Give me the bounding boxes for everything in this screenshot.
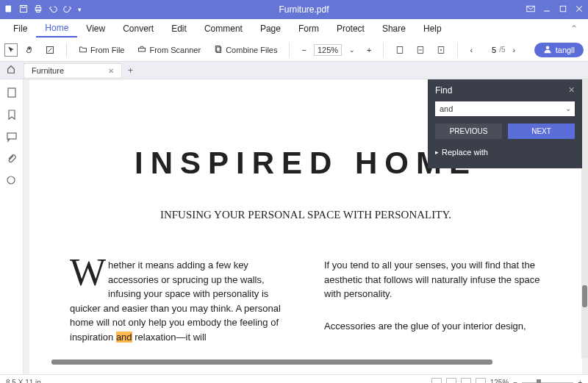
svg-rect-0 [6, 5, 12, 12]
comment-panel-icon[interactable] [6, 131, 18, 143]
svg-rect-5 [37, 10, 40, 12]
page-size-label: 8.5 X 11 in [6, 379, 41, 383]
replace-toggle[interactable]: ▸ Replace with [428, 143, 582, 161]
toolbar: From File From Scanner Combine Files − 1… [0, 38, 588, 62]
menu-page[interactable]: Page [251, 21, 290, 37]
from-scanner-button[interactable]: From Scanner [133, 43, 205, 57]
from-scanner-label: From Scanner [149, 46, 201, 54]
title-bar: ▾ Furniture.pdf [0, 0, 588, 19]
menu-home[interactable]: Home [36, 20, 77, 37]
column-left: Whether it means adding a few key access… [70, 258, 287, 344]
actual-size-icon[interactable] [432, 43, 450, 57]
status-zoom-out-button[interactable]: − [513, 379, 517, 383]
menu-form[interactable]: Form [290, 21, 328, 37]
thumbnail-panel-icon[interactable] [6, 87, 18, 99]
prev-page-button[interactable]: ‹ [465, 43, 477, 57]
column-right: If you tend to all your senses, you will… [324, 258, 542, 344]
attachment-panel-icon[interactable] [6, 153, 18, 165]
redo-icon[interactable] [63, 4, 72, 15]
user-icon [543, 45, 552, 55]
tab-furniture[interactable]: Furniture ✕ [24, 63, 122, 77]
from-file-button[interactable]: From File [74, 43, 129, 57]
find-highlight: and [116, 332, 132, 343]
find-previous-button[interactable]: PREVIOUS [435, 124, 502, 139]
home-tab-icon[interactable] [0, 64, 22, 76]
svg-rect-20 [8, 88, 15, 97]
menu-bar: File Home View Convert Edit Comment Page… [0, 19, 588, 38]
svg-rect-15 [398, 46, 404, 53]
minimize-button[interactable] [542, 4, 551, 15]
find-title: Find [435, 85, 452, 96]
svg-rect-1 [21, 5, 27, 12]
menu-share[interactable]: Share [373, 21, 415, 37]
page-total: /5 [499, 46, 505, 54]
svg-rect-21 [7, 133, 16, 139]
user-name: tangll [556, 46, 575, 54]
status-bar: 8.5 X 11 in 125% − + [0, 374, 588, 383]
find-panel: Find ✕ ⌄ PREVIOUS NEXT ▸ Replace with [428, 79, 582, 168]
zoom-out-button[interactable]: − [297, 43, 310, 57]
bookmark-panel-icon[interactable] [6, 109, 18, 121]
menu-help[interactable]: Help [415, 21, 451, 37]
mail-icon[interactable] [526, 4, 535, 15]
svg-rect-8 [560, 6, 566, 12]
menu-protect[interactable]: Protect [328, 21, 373, 37]
find-close-icon[interactable]: ✕ [568, 85, 575, 96]
svg-rect-2 [22, 5, 26, 7]
svg-rect-4 [37, 5, 40, 7]
zoom-value[interactable]: 125% [314, 44, 342, 56]
user-button[interactable]: tangll [534, 43, 584, 57]
next-page-button[interactable]: › [509, 43, 520, 57]
tab-close-icon[interactable]: ✕ [108, 67, 114, 75]
fit-width-icon[interactable] [412, 43, 429, 57]
col2-text-a: If you tend to all your senses, you will… [324, 258, 542, 301]
menu-comment[interactable]: Comment [196, 21, 251, 37]
close-button[interactable] [575, 4, 584, 15]
document-tabs: Furniture ✕ + [0, 62, 588, 79]
ribbon-collapse-icon[interactable]: ⌃ [564, 21, 584, 37]
view-two-page-icon[interactable] [461, 378, 471, 384]
view-continuous-icon[interactable] [446, 378, 456, 384]
find-input[interactable] [435, 101, 562, 116]
page-number-input[interactable] [480, 46, 496, 54]
svg-point-19 [545, 46, 549, 49]
replace-label: Replace with [442, 148, 488, 157]
page-subheading: INFUSING YOUR PERSONAL SPACE WITH PERSON… [70, 209, 542, 221]
hand-tool-icon[interactable] [21, 43, 38, 57]
maximize-button[interactable] [559, 4, 567, 15]
svg-rect-17 [439, 46, 445, 53]
col2-text-b: Accessories are the glue of your interio… [324, 319, 542, 334]
menu-file[interactable]: File [4, 21, 36, 37]
folder-icon [79, 45, 87, 55]
save-icon[interactable] [19, 4, 28, 15]
status-zoom-in-button[interactable]: + [578, 379, 582, 383]
search-panel-icon[interactable] [6, 175, 18, 187]
edit-tool-icon[interactable] [41, 43, 59, 57]
menu-view[interactable]: View [77, 21, 114, 37]
svg-rect-12 [139, 48, 146, 51]
view-two-continuous-icon[interactable] [476, 378, 486, 384]
undo-icon[interactable] [49, 4, 57, 15]
fit-page-icon[interactable] [391, 43, 409, 57]
horizontal-scrollbar[interactable] [29, 359, 581, 367]
new-tab-button[interactable]: + [122, 65, 139, 76]
zoom-in-button[interactable]: + [362, 43, 376, 57]
combine-icon [214, 45, 223, 55]
vertical-scrollbar[interactable] [581, 79, 588, 358]
zoom-dropdown-icon[interactable]: ⌄ [345, 44, 359, 56]
menu-convert[interactable]: Convert [114, 21, 162, 37]
print-icon[interactable] [34, 4, 43, 15]
col1-text-b: relaxation—it will [132, 332, 207, 343]
svg-point-18 [441, 49, 442, 51]
app-logo-icon [4, 4, 13, 15]
find-next-button[interactable]: NEXT [508, 124, 575, 139]
find-options-dropdown-icon[interactable]: ⌄ [562, 101, 575, 116]
menu-edit[interactable]: Edit [162, 21, 196, 37]
combine-files-button[interactable]: Combine Files [209, 43, 282, 57]
view-single-icon[interactable] [431, 378, 442, 384]
chevron-right-icon: ▸ [435, 148, 439, 156]
tab-label: Furniture [32, 66, 64, 75]
from-file-label: From File [90, 46, 124, 54]
window-title: Furniture.pdf [82, 4, 526, 15]
select-tool-icon[interactable] [4, 43, 18, 57]
